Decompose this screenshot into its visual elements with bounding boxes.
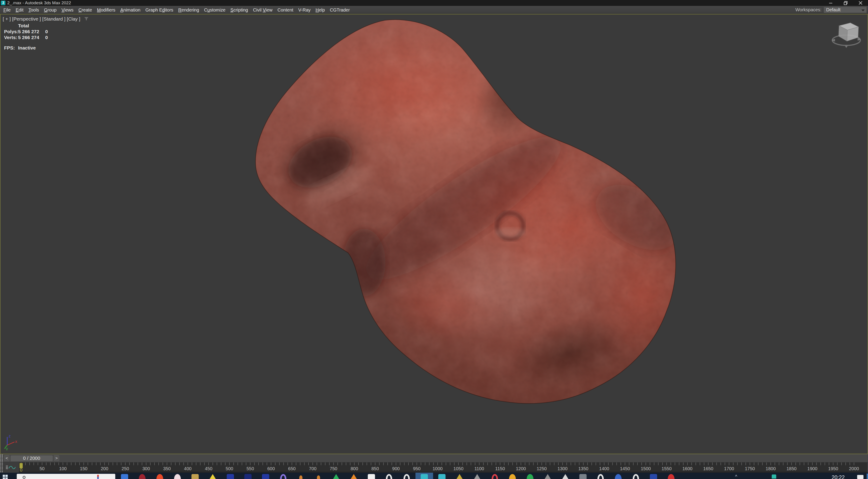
menu-items: FileEditToolsGroupViewsCreateModifiersAn… (0, 6, 352, 14)
timeline-ruler[interactable]: 5010015020025030035040045050055060065070… (19, 462, 867, 472)
viewport-shading-label[interactable]: [Clay ] (67, 16, 81, 22)
svg-text:1650: 1650 (703, 466, 713, 471)
menu-content[interactable]: Content (275, 6, 296, 14)
taskbar-icon-dot-red[interactable] (662, 473, 680, 479)
menu-animation[interactable]: Animation (118, 6, 143, 14)
svg-text:1850: 1850 (786, 466, 797, 471)
taskbar-icon-app-darkred[interactable] (133, 473, 151, 479)
workspaces-label: Workspaces: (796, 7, 822, 12)
svg-text:250: 250 (122, 466, 129, 471)
viewport-general-menu[interactable]: [ + ] (3, 16, 11, 22)
restore-button[interactable] (838, 0, 853, 6)
svg-text:1600: 1600 (682, 466, 692, 471)
taskbar-icon-app-navy-1[interactable] (221, 473, 239, 479)
stats-polys-value: 5 266 272 (18, 29, 39, 34)
tray-expand-icon[interactable]: ^ (735, 474, 737, 479)
stats-polys-selected: 0 (45, 29, 48, 34)
previous-frame-button[interactable]: < (4, 455, 9, 461)
menu-rendering[interactable]: Rendering (176, 6, 202, 14)
taskbar-clock[interactable]: 20:22 (825, 475, 852, 479)
viewport-renderer-label[interactable]: [Standard ] (42, 16, 66, 22)
taskbar-icon-ring-white-4[interactable] (627, 473, 645, 479)
track-bar: < 0 / 2000 > (0, 454, 868, 462)
taskbar-icon-folder-khaki[interactable] (186, 473, 204, 479)
svg-text:1150: 1150 (495, 466, 505, 471)
tray-app-icon[interactable] (772, 475, 776, 479)
menu-help[interactable]: Help (313, 6, 327, 14)
taskbar-icon-app-orangered[interactable] (151, 473, 168, 479)
menu-graph-editors[interactable]: Graph Editors (143, 6, 176, 14)
viewport-pov-label[interactable]: [Perspective ] (12, 16, 41, 22)
stats-verts-value: 5 266 274 (18, 35, 39, 40)
taskbar-icon-app-purple-ring[interactable] (274, 473, 292, 479)
menu-modifiers[interactable]: Modifiers (94, 6, 118, 14)
taskbar-icon-app-navy-3[interactable] (257, 473, 274, 479)
search-icon (23, 476, 26, 479)
windows-taskbar: ^ 20:22 (0, 473, 868, 479)
workspace-dropdown[interactable]: Default (824, 7, 867, 13)
viewcube[interactable] (826, 16, 867, 53)
taskbar-icon-cone-gray-1[interactable] (468, 473, 486, 479)
menu-group[interactable]: Group (41, 6, 59, 14)
taskbar-icon-window-gray[interactable] (574, 473, 592, 479)
taskbar-icon-dot-orange-1[interactable] (292, 473, 310, 479)
taskbar-icon-dot-orange-2[interactable] (310, 473, 327, 479)
close-button[interactable] (853, 0, 868, 6)
menu-create[interactable]: Create (76, 6, 94, 14)
next-frame-button[interactable]: > (54, 455, 59, 461)
svg-text:50: 50 (39, 466, 44, 471)
svg-text:1450: 1450 (620, 466, 630, 471)
menu-cgtrader[interactable]: CGTrader (327, 6, 352, 14)
svg-text:800: 800 (350, 466, 358, 471)
taskbar-search-input[interactable] (17, 474, 115, 479)
taskbar-icon-spark-yellow[interactable] (204, 473, 221, 479)
frame-counter[interactable]: 0 / 2000 (10, 455, 53, 461)
taskbar-icon-app-white-pink[interactable] (168, 473, 186, 479)
taskbar-icon-box-dots-blue[interactable] (645, 473, 662, 479)
menu-edit[interactable]: Edit (13, 6, 26, 14)
taskbar-icon-tri-white[interactable] (557, 473, 574, 479)
taskbar-icon-app-navy-2[interactable] (239, 473, 257, 479)
svg-text:1500: 1500 (641, 466, 651, 471)
menu-views[interactable]: Views (59, 6, 76, 14)
window-title: 2_.max - Autodesk 3ds Max 2022 (7, 0, 71, 5)
taskbar-icon-dot-blue[interactable] (610, 473, 627, 479)
search-decoration-icon (97, 475, 99, 479)
asteroid-model[interactable] (0, 14, 868, 454)
taskbar-icon-app-teal-2[interactable] (433, 473, 451, 479)
svg-text:350: 350 (163, 466, 170, 471)
taskbar-icon-cone-green[interactable] (327, 473, 345, 479)
timeline-drag-handle[interactable] (0, 455, 3, 472)
taskbar-icon-ring-red[interactable] (486, 473, 504, 479)
stats-verts-selected: 0 (45, 35, 48, 40)
taskbar-icon-ring-white-2[interactable] (398, 473, 415, 479)
taskbar-icon-app-teal-active[interactable] (415, 473, 433, 479)
taskbar-icon-ring-white-1[interactable] (380, 473, 398, 479)
taskbar-icon-dot-green[interactable] (521, 473, 539, 479)
menu-v-ray[interactable]: V-Ray (296, 6, 313, 14)
stats-fps-value: Inactive (18, 45, 36, 51)
taskbar-icon-dot-amber[interactable] (504, 473, 521, 479)
minimize-button[interactable] (823, 0, 838, 6)
menu-civil-view[interactable]: Civil View (250, 6, 275, 14)
menu-customize[interactable]: Customize (202, 6, 228, 14)
svg-text:1700: 1700 (724, 466, 734, 471)
tray-notification-icon[interactable] (857, 475, 864, 479)
taskbar-icon-box-white[interactable] (363, 473, 380, 479)
taskbar-icon-flame-orange[interactable] (345, 473, 363, 479)
start-button[interactable] (3, 475, 8, 479)
menu-tools[interactable]: Tools (26, 6, 41, 14)
mini-curve-editor-icon[interactable] (6, 465, 16, 471)
menu-scripting[interactable]: Scripting (228, 6, 250, 14)
show-desktop-button[interactable] (867, 474, 868, 479)
menu-file[interactable]: File (1, 6, 13, 14)
svg-text:750: 750 (330, 466, 337, 471)
svg-text:400: 400 (184, 466, 191, 471)
filter-funnel-icon[interactable] (84, 17, 89, 21)
taskbar-icon-cone-gray-2[interactable] (539, 473, 557, 479)
svg-text:700: 700 (309, 466, 316, 471)
taskbar-icon-ring-white-3[interactable] (592, 473, 610, 479)
taskbar-icon-app-blue[interactable] (116, 473, 133, 479)
taskbar-icon-paint-khaki[interactable] (451, 473, 468, 479)
perspective-viewport[interactable]: [ + ] [Perspective ] [Standard ] [Clay ]… (0, 14, 868, 454)
